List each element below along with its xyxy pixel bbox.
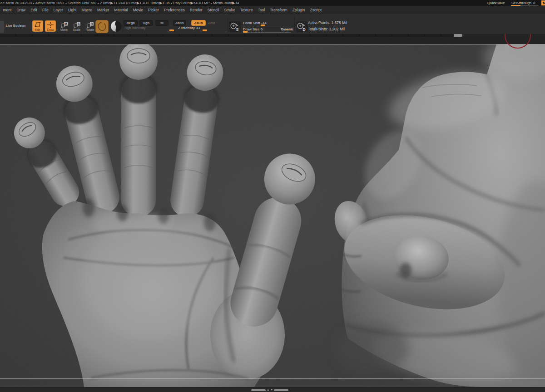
see-through-slider[interactable]: See-through0 bbox=[511, 0, 535, 6]
tray-expand-up-icon[interactable]: ▲ bbox=[267, 387, 269, 392]
zadd-button[interactable]: Zadd bbox=[173, 20, 186, 26]
zsub-button[interactable]: Zsub bbox=[191, 20, 206, 26]
menu-item-zscript[interactable]: Zscript bbox=[307, 8, 324, 12]
rotate-icon: R bbox=[86, 22, 94, 28]
quicksave-button[interactable]: QuickSave bbox=[487, 0, 505, 6]
menu-item-movie[interactable]: Movie bbox=[130, 8, 146, 12]
menus-toggle-button[interactable]: M bbox=[541, 0, 545, 5]
move-mode-button[interactable]: M Move bbox=[58, 20, 70, 32]
z-intensity-slider[interactable]: Z Intensity 33 bbox=[178, 26, 200, 30]
rotate-mode-button[interactable]: R Rotate bbox=[84, 20, 96, 32]
menu-item-file[interactable]: File bbox=[40, 8, 51, 12]
material-sphere-icon bbox=[110, 20, 122, 32]
scale-mode-button[interactable]: S Scale bbox=[71, 20, 83, 32]
svg-text:D: D bbox=[302, 27, 306, 32]
mrgb-button[interactable]: Mrgb bbox=[124, 20, 138, 26]
draw-mode-button[interactable]: Draw bbox=[45, 20, 56, 32]
draw-size-handle[interactable] bbox=[243, 31, 248, 33]
svg-text:R: R bbox=[90, 22, 93, 25]
shelf-scroll-strip bbox=[0, 34, 545, 44]
menu-item-light[interactable]: Light bbox=[65, 8, 79, 12]
edit-mode-button[interactable]: Edit bbox=[32, 20, 43, 32]
focal-shift-handle[interactable] bbox=[261, 24, 265, 26]
m-button[interactable]: M bbox=[155, 20, 168, 26]
menu-item-material[interactable]: Material bbox=[112, 8, 130, 12]
menu-item-picker[interactable]: Picker bbox=[146, 8, 162, 12]
skin-grain-overlay bbox=[0, 44, 545, 387]
move-icon: M bbox=[60, 22, 68, 28]
menu-item-stroke[interactable]: Stroke bbox=[222, 8, 238, 12]
menu-item-draw[interactable]: Draw bbox=[14, 8, 28, 12]
shelf-scrollbar-thumb[interactable] bbox=[454, 34, 462, 37]
edit-gyro-icon bbox=[34, 22, 41, 28]
draw-size-track bbox=[243, 32, 291, 33]
menu-item-transform[interactable]: Transform bbox=[268, 8, 290, 12]
rgb-button[interactable]: Rgb bbox=[139, 20, 153, 26]
current-material-button[interactable] bbox=[110, 20, 122, 32]
rgb-intensity-slider[interactable]: Rgb Intensity bbox=[124, 26, 146, 30]
toolbar-separator bbox=[228, 17, 228, 31]
focal-shift-track bbox=[243, 26, 291, 26]
document-canvas[interactable] bbox=[0, 44, 545, 387]
menu-item-macro[interactable]: Macro bbox=[79, 8, 95, 12]
zcut-button-disabled: Zcut bbox=[208, 21, 215, 25]
z-intensity-handle[interactable] bbox=[203, 29, 207, 31]
bottom-tray-handle-right[interactable] bbox=[274, 389, 288, 391]
brush-circle-s-icon: S bbox=[229, 21, 241, 32]
brush-circle-d-icon: D bbox=[296, 21, 307, 32]
menu-item-render[interactable]: Render bbox=[187, 8, 205, 12]
svg-text:S: S bbox=[236, 27, 238, 32]
stroke-dots-icon bbox=[96, 20, 108, 33]
svg-text:S: S bbox=[78, 22, 80, 25]
sculpted-hands-render bbox=[0, 44, 545, 387]
top-shelf: Live Boolean Edit Draw M Move bbox=[0, 14, 545, 34]
rgb-intensity-handle[interactable] bbox=[169, 29, 174, 31]
draw-label: Draw bbox=[45, 28, 56, 31]
menu-item-marker[interactable]: Marker bbox=[94, 8, 111, 12]
menu-item-document[interactable]: ment bbox=[0, 8, 14, 12]
dynamic-mode-button[interactable]: Dynamic bbox=[281, 28, 293, 31]
see-through-value: 0 bbox=[533, 1, 535, 5]
total-points-readout: TotalPoints: 3.202 Mil bbox=[308, 27, 345, 31]
bottom-tray-bar: ▲ ▼ bbox=[0, 387, 545, 392]
rotate-label: Rotate bbox=[84, 28, 96, 31]
canvas-floor-line bbox=[0, 378, 545, 379]
current-stroke-button[interactable] bbox=[95, 20, 109, 33]
toolbar-separator bbox=[123, 17, 123, 31]
scale-label: Scale bbox=[71, 28, 83, 31]
z-intensity-track bbox=[175, 31, 228, 31]
draw-size-group-button[interactable]: D bbox=[296, 21, 307, 32]
memory-performance-stats: ee Mem 20.242GB • Active Mem 1097 • Scra… bbox=[0, 0, 239, 6]
shelf-scrollbar-track bbox=[0, 34, 462, 37]
edit-label: Edit bbox=[32, 28, 43, 31]
menu-item-preferences[interactable]: Preferences bbox=[161, 8, 187, 12]
toolbar-separator bbox=[294, 17, 295, 31]
scale-icon: S bbox=[73, 22, 81, 28]
shelf-canvas-divider bbox=[0, 44, 545, 44]
move-label: Move bbox=[58, 28, 70, 31]
svg-text:M: M bbox=[64, 22, 67, 25]
tray-collapse-down-icon[interactable]: ▼ bbox=[270, 387, 273, 392]
rgb-intensity-track bbox=[124, 31, 174, 31]
shelf-edge-panel bbox=[0, 21, 4, 33]
live-boolean-button[interactable]: Live Boolean bbox=[6, 24, 25, 28]
menu-bar: ment Draw Edit File Layer Light Macro Ma… bbox=[0, 6, 545, 14]
draw-crosshair-icon bbox=[47, 22, 54, 28]
menu-item-tool[interactable]: Tool bbox=[255, 8, 268, 12]
menu-item-zplugin[interactable]: Zplugin bbox=[290, 8, 307, 12]
focal-shift-group-button[interactable]: S bbox=[229, 21, 241, 32]
menu-item-stencil[interactable]: Stencil bbox=[205, 8, 222, 12]
menu-item-texture[interactable]: Texture bbox=[238, 8, 255, 12]
menu-item-layer[interactable]: Layer bbox=[51, 8, 65, 12]
menu-item-edit[interactable]: Edit bbox=[28, 8, 40, 12]
status-bar: ee Mem 20.242GB • Active Mem 1097 • Scra… bbox=[0, 0, 545, 6]
bottom-tray-handle-left[interactable] bbox=[251, 389, 266, 391]
active-points-readout: ActivePoints: 1.675 Mil bbox=[308, 20, 347, 25]
see-through-label: See-through bbox=[511, 1, 531, 5]
